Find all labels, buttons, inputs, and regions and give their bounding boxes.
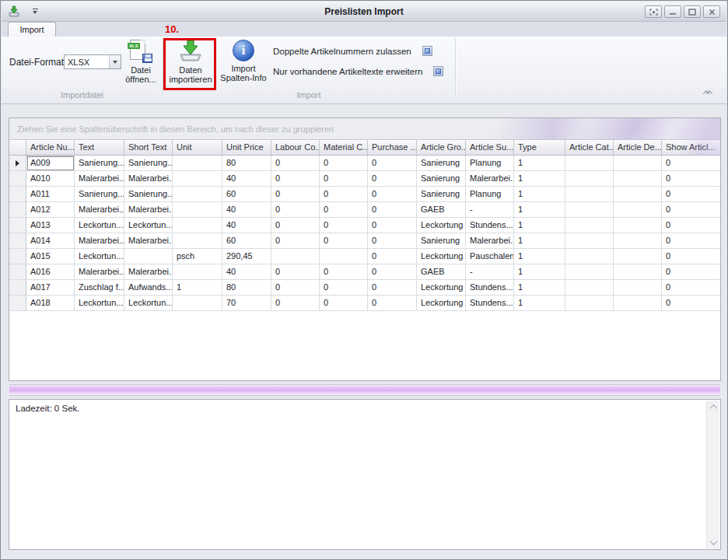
table-cell[interactable]: 0 [662, 264, 720, 280]
table-cell[interactable] [614, 202, 662, 218]
log-scrollbar[interactable] [706, 401, 719, 548]
table-cell[interactable] [173, 202, 222, 218]
table-cell[interactable] [124, 249, 173, 264]
table-cell[interactable]: Stundens... [466, 280, 514, 296]
table-cell[interactable]: Leckortung [417, 249, 466, 264]
table-cell[interactable]: 0 [662, 171, 720, 187]
table-cell[interactable]: Sanierung... [124, 156, 173, 171]
table-cell[interactable]: Pauschalen [466, 249, 514, 264]
table-cell[interactable] [565, 296, 614, 311]
table-cell[interactable]: 0 [368, 280, 417, 296]
table-cell[interactable]: 1 [514, 280, 565, 296]
tab-import[interactable]: Import [8, 22, 56, 37]
table-cell[interactable]: Leckortun... [75, 249, 124, 264]
table-cell[interactable]: 40 [222, 202, 271, 218]
table-cell[interactable] [614, 280, 662, 296]
table-cell[interactable]: GAEB [417, 264, 466, 280]
table-cell[interactable]: 1 [514, 249, 565, 264]
table-cell[interactable]: 0 [271, 156, 320, 171]
table-cell[interactable]: 0 [320, 218, 368, 233]
table-cell[interactable]: 1 [514, 233, 565, 249]
table-cell[interactable] [565, 218, 614, 233]
table-cell[interactable]: Stundens... [466, 218, 514, 233]
table-cell[interactable]: 0 [662, 249, 720, 264]
table-cell[interactable]: Stundens... [466, 296, 514, 311]
table-cell[interactable]: 0 [320, 264, 368, 280]
table-cell[interactable]: 0 [320, 202, 368, 218]
table-cell[interactable]: Leckortung [417, 280, 466, 296]
maximize-button[interactable] [684, 5, 701, 18]
table-cell[interactable]: Sanierung [417, 233, 466, 249]
table-cell[interactable] [173, 264, 222, 280]
table-cell[interactable]: 0 [320, 296, 368, 311]
table-cell[interactable]: Leckortung [417, 218, 466, 233]
table-cell[interactable] [614, 171, 662, 187]
table-cell[interactable]: Planung [466, 156, 514, 171]
import-column-info-button[interactable]: i Import Spalten-Info [219, 40, 268, 91]
column-header[interactable]: Type [514, 140, 565, 155]
table-cell[interactable]: 1 [514, 202, 565, 218]
table-cell[interactable] [565, 187, 614, 202]
extend-texts-checkbox[interactable] [433, 66, 443, 76]
quick-access-dropdown-icon[interactable] [31, 9, 40, 15]
table-cell[interactable]: Malerarbei... [466, 233, 514, 249]
table-cell[interactable] [271, 249, 320, 264]
column-header[interactable]: Unit Price [222, 140, 271, 155]
table-cell[interactable] [173, 296, 222, 311]
column-header[interactable]: Short Text [124, 140, 173, 155]
table-cell[interactable]: Aufwands... [124, 280, 173, 296]
table-cell[interactable]: 0 [662, 202, 720, 218]
table-cell[interactable] [614, 264, 662, 280]
table-cell[interactable]: 0 [662, 156, 720, 171]
table-cell[interactable]: Malerarbei... [75, 202, 124, 218]
scroll-down-button[interactable] [707, 536, 719, 548]
table-cell[interactable]: psch [173, 249, 222, 264]
table-cell[interactable]: 1 [514, 171, 565, 187]
column-header[interactable]: Article Su... [466, 140, 514, 155]
table-cell[interactable]: Malerarbei... [124, 233, 173, 249]
table-cell[interactable]: 70 [222, 296, 271, 311]
allow-duplicates-checkbox[interactable] [422, 46, 432, 56]
table-cell[interactable]: Sanierung [417, 156, 466, 171]
table-cell[interactable]: 1 [514, 296, 565, 311]
table-cell[interactable] [614, 156, 662, 171]
table-cell[interactable]: 0 [368, 233, 417, 249]
table-cell[interactable]: 0 [320, 280, 368, 296]
column-header[interactable]: Article De... [614, 140, 662, 155]
table-cell[interactable] [614, 233, 662, 249]
fit-window-button[interactable] [645, 5, 662, 18]
table-cell[interactable]: 290,45 [222, 249, 271, 264]
table-cell[interactable]: 1 [173, 280, 222, 296]
table-cell[interactable] [565, 280, 614, 296]
table-cell[interactable]: 0 [368, 218, 417, 233]
table-cell[interactable]: Zuschlag f... [75, 280, 124, 296]
table-cell[interactable]: 0 [271, 233, 320, 249]
table-cell[interactable] [565, 156, 614, 171]
table-cell[interactable]: Leckortun... [124, 218, 173, 233]
table-cell[interactable]: 0 [662, 187, 720, 202]
table-cell[interactable]: 0 [320, 171, 368, 187]
table-cell[interactable] [173, 233, 222, 249]
group-by-panel[interactable]: Ziehen Sie eine Spaltenüberschrift in di… [9, 118, 720, 140]
table-cell[interactable]: Malerarbei... [75, 171, 124, 187]
table-cell[interactable]: 40 [222, 264, 271, 280]
table-cell[interactable]: Leckortun... [124, 296, 173, 311]
table-cell[interactable]: 0 [271, 296, 320, 311]
minimize-button[interactable] [664, 5, 681, 18]
table-cell[interactable]: Malerarbei... [124, 171, 173, 187]
table-cell[interactable]: Malerarbei... [466, 171, 514, 187]
table-cell[interactable]: A018 [26, 296, 75, 311]
table-cell[interactable]: 80 [222, 280, 271, 296]
table-cell[interactable]: 0 [368, 202, 417, 218]
table-cell[interactable]: A010 [26, 171, 75, 187]
table-cell[interactable]: 0 [662, 233, 720, 249]
table-cell[interactable]: 0 [368, 156, 417, 171]
table-cell[interactable]: - [466, 264, 514, 280]
table-cell[interactable]: Malerarbei... [75, 264, 124, 280]
column-header[interactable]: Article Cat... [565, 140, 614, 155]
column-header[interactable]: Unit [173, 140, 222, 155]
horizontal-splitter[interactable] [9, 384, 720, 396]
table-cell[interactable]: 0 [271, 202, 320, 218]
table-cell[interactable]: 0 [271, 171, 320, 187]
table-cell[interactable]: Leckortun... [75, 218, 124, 233]
